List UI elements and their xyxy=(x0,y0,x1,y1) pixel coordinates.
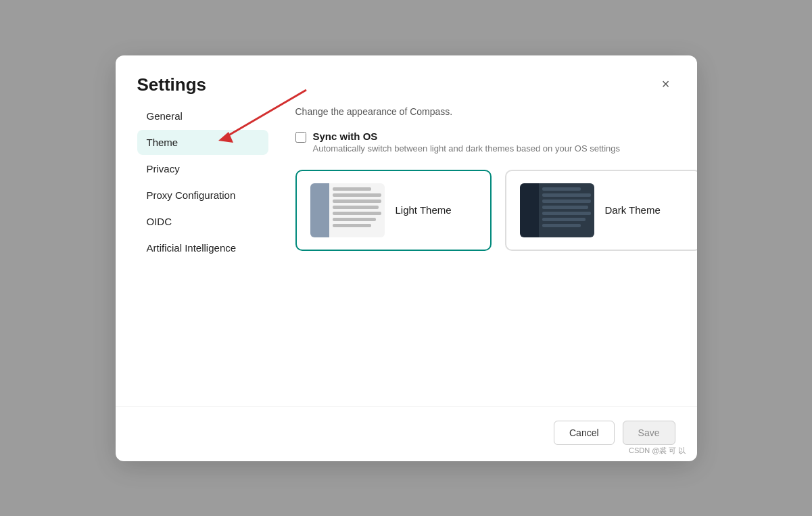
dialog-header: Settings × xyxy=(116,55,697,103)
dark-line-3 xyxy=(542,200,591,203)
content-description: Change the appearance of Compass. xyxy=(295,106,697,117)
sync-with-os-description: Automatically switch between light and d… xyxy=(313,143,621,154)
sync-with-os-label: Sync with OS xyxy=(313,131,621,142)
sidebar-item-theme[interactable]: Theme xyxy=(137,130,268,155)
dialog-footer: Cancel Save xyxy=(116,406,697,461)
light-main xyxy=(329,183,385,237)
close-button[interactable]: × xyxy=(656,74,675,93)
light-line-5 xyxy=(333,212,381,215)
light-line-1 xyxy=(333,187,372,191)
cancel-button[interactable]: Cancel xyxy=(554,421,615,445)
dark-line-6 xyxy=(542,218,586,221)
dark-line-7 xyxy=(542,224,581,227)
sidebar-item-privacy[interactable]: Privacy xyxy=(137,156,268,181)
light-sidebar xyxy=(310,183,329,237)
light-line-6 xyxy=(333,218,377,221)
dark-line-1 xyxy=(542,187,581,191)
sidebar-item-proxy-configuration[interactable]: Proxy Configuration xyxy=(137,183,268,208)
dark-theme-label: Dark Theme xyxy=(605,204,661,216)
dark-main xyxy=(539,183,594,237)
dark-sidebar xyxy=(520,183,539,237)
dark-theme-preview xyxy=(520,183,594,237)
sidebar: General Theme Privacy Proxy Configuratio… xyxy=(137,103,279,406)
dialog-overlay[interactable]: Settings × General Theme Privacy Proxy C… xyxy=(0,0,812,516)
light-theme-label: Light Theme xyxy=(396,204,452,216)
settings-dialog: Settings × General Theme Privacy Proxy C… xyxy=(116,55,697,461)
dark-line-2 xyxy=(542,193,591,197)
watermark: CSDN @裘 可 以 xyxy=(629,446,686,456)
content-area: Change the appearance of Compass. Sync w… xyxy=(279,103,697,406)
sidebar-item-oidc[interactable]: OIDC xyxy=(137,209,268,234)
sync-with-os-row: Sync with OS Automatically switch betwee… xyxy=(295,131,697,154)
light-line-3 xyxy=(333,200,381,203)
light-theme-preview xyxy=(310,183,385,237)
sidebar-item-general[interactable]: General xyxy=(137,103,268,128)
sidebar-item-artificial-intelligence[interactable]: Artificial Intelligence xyxy=(137,235,268,260)
theme-cards: Light Theme xyxy=(295,170,697,251)
dialog-title: Settings xyxy=(137,74,207,95)
light-line-4 xyxy=(333,206,379,209)
light-line-7 xyxy=(333,224,372,227)
light-line-2 xyxy=(333,193,381,197)
dark-theme-card[interactable]: Dark Theme xyxy=(505,170,697,251)
save-button[interactable]: Save xyxy=(623,421,675,445)
dialog-body: General Theme Privacy Proxy Configuratio… xyxy=(116,103,697,406)
light-theme-card[interactable]: Light Theme xyxy=(295,170,492,251)
sync-with-os-checkbox[interactable] xyxy=(295,132,306,143)
dark-line-5 xyxy=(542,212,591,215)
dark-line-4 xyxy=(542,206,588,209)
